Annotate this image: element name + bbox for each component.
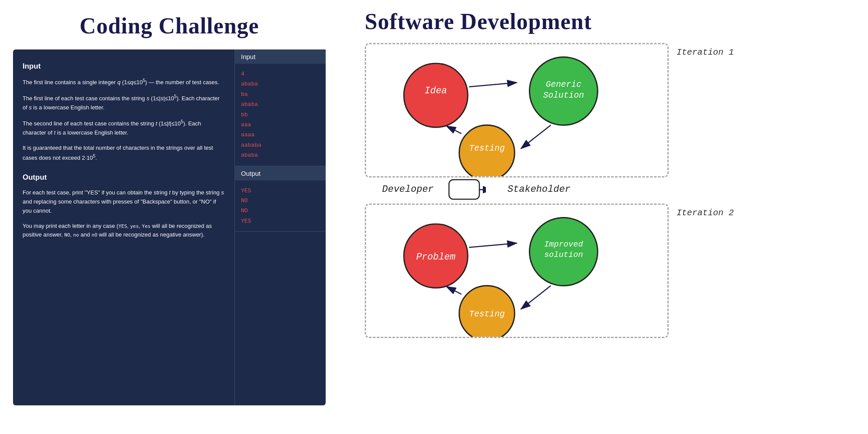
developer-label: Developer xyxy=(382,184,434,195)
io-input-line-9: ababa xyxy=(241,150,320,160)
coding-panel: Input The first line contains a single i… xyxy=(13,49,326,405)
code-description: Input The first line contains a single i… xyxy=(13,49,234,405)
software-development-title: Software Development xyxy=(365,9,851,34)
output-box: Output YES NO NO YES xyxy=(235,166,326,232)
iteration-1-diagram: Idea Generic Solution Testing xyxy=(366,44,667,176)
io-input-header: Input xyxy=(235,49,326,64)
code-io-panel: Input 4 ababa ba ababa bb aaa aaaa aabab… xyxy=(234,49,326,405)
iteration-2-label: Iteration 2 xyxy=(677,208,734,218)
input-heading: Input xyxy=(23,60,225,72)
output-heading: Output xyxy=(23,171,225,183)
svg-line-20 xyxy=(521,286,551,309)
svg-text:Generic: Generic xyxy=(546,80,581,89)
right-section: Software Development Idea Generic Soluti… xyxy=(339,0,868,434)
io-input-line-4: ababa xyxy=(241,99,320,109)
io-output-line-3: NO xyxy=(241,206,320,216)
io-input-line-2: ababa xyxy=(241,79,320,89)
svg-text:Improved: Improved xyxy=(544,240,583,249)
feedback-arrow-icon xyxy=(442,178,486,201)
svg-line-2 xyxy=(469,82,517,87)
svg-text:Problem: Problem xyxy=(416,252,455,262)
svg-rect-11 xyxy=(449,180,479,199)
io-output-line-2: NO xyxy=(241,196,320,206)
iteration-1-label: Iteration 1 xyxy=(677,47,734,57)
coding-challenge-title: Coding Challenge xyxy=(79,13,259,39)
io-input-line-7: aaaa xyxy=(241,130,320,140)
svg-text:Idea: Idea xyxy=(425,85,447,96)
io-input-line-3: ba xyxy=(241,89,320,99)
diagram-area: Idea Generic Solution Testing xyxy=(365,43,851,425)
iteration-2-box: Problem Improved solution Testing xyxy=(365,204,669,338)
input-box: Input 4 ababa ba ababa bb aaa aaaa aabab… xyxy=(235,49,326,166)
io-output-line-1: YES xyxy=(241,186,320,196)
svg-text:solution: solution xyxy=(544,250,583,260)
io-input-line-1: 4 xyxy=(241,69,320,79)
output-desc2: You may print each letter in any case (Y… xyxy=(23,222,225,240)
io-input-content: 4 ababa ba ababa bb aaa aaaa aababa abab… xyxy=(235,64,326,166)
io-input-line-5: bb xyxy=(241,110,320,120)
io-input-line-6: aaa xyxy=(241,120,320,130)
iteration-1-row: Idea Generic Solution Testing xyxy=(365,43,851,178)
middle-row: Developer Stakeholder xyxy=(365,178,669,201)
svg-line-9 xyxy=(446,126,461,134)
io-input-line-8: aababa xyxy=(241,140,320,150)
io-output-line-4: YES xyxy=(241,216,320,226)
io-output-header: Output xyxy=(235,166,326,181)
svg-line-16 xyxy=(469,243,517,247)
io-output-content: YES NO NO YES xyxy=(235,181,326,232)
svg-text:Solution: Solution xyxy=(543,91,584,100)
iteration-2-row: Problem Improved solution Testing xyxy=(365,204,851,338)
iteration-2-diagram: Problem Improved solution Testing xyxy=(366,205,667,337)
svg-text:Testing: Testing xyxy=(469,309,505,319)
svg-text:Testing: Testing xyxy=(469,144,505,153)
output-desc1: For each test case, print "YES" if you c… xyxy=(23,188,225,215)
iteration-1-box: Idea Generic Solution Testing xyxy=(365,43,669,178)
input-desc3: The second line of each test case contai… xyxy=(23,118,225,138)
svg-line-6 xyxy=(521,125,551,148)
input-desc2: The first line of each test case contain… xyxy=(23,93,225,112)
input-desc4: It is guaranteed that the total number o… xyxy=(23,144,225,163)
input-desc1: The first line contains a single integer… xyxy=(23,77,225,87)
left-section: Coding Challenge Input The first line co… xyxy=(0,0,339,434)
svg-line-23 xyxy=(446,286,461,294)
stakeholder-label: Stakeholder xyxy=(508,184,571,195)
